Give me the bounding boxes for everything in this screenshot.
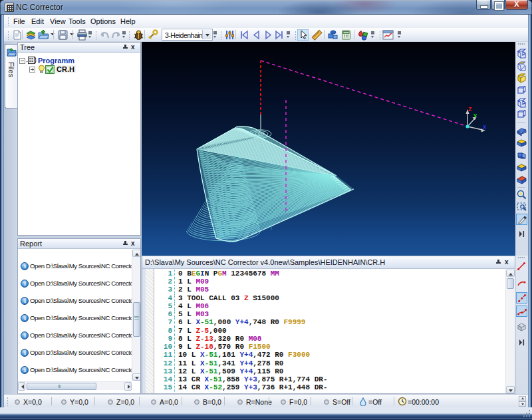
svg-text:X: X [483,124,487,131]
svg-text:Y: Y [473,113,477,120]
svg-text:Z: Z [468,106,471,113]
